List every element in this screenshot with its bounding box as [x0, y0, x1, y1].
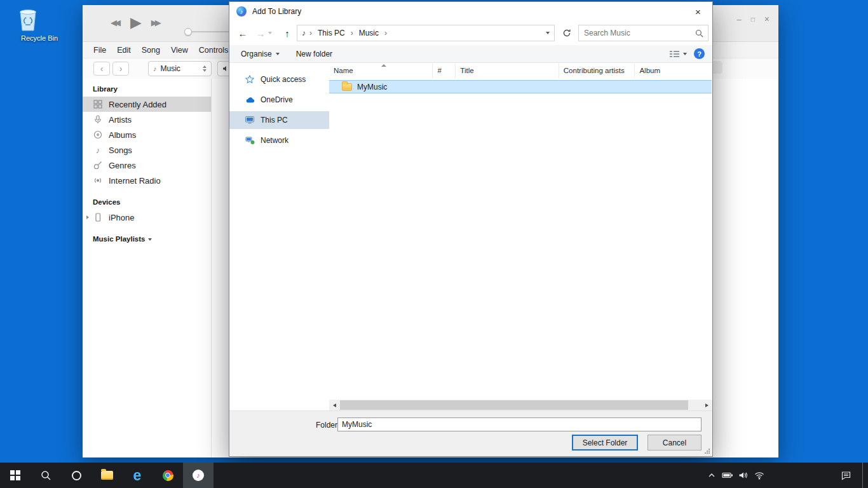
- scrollbar-track[interactable]: [340, 400, 702, 410]
- sidebar-item-label: Albums: [109, 130, 136, 140]
- sidebar-item-artists[interactable]: Artists: [83, 112, 211, 127]
- sidebar-item-label: Songs: [109, 146, 132, 155]
- play-button[interactable]: ▶: [130, 15, 142, 30]
- horizontal-scrollbar[interactable]: [329, 400, 712, 410]
- iphone-icon: [93, 213, 103, 222]
- address-dropdown-icon[interactable]: [546, 32, 550, 34]
- chevron-down-icon: [148, 238, 152, 241]
- action-center-button[interactable]: [838, 471, 854, 480]
- wifi-icon: [754, 471, 764, 480]
- minimize-button[interactable]: –: [737, 15, 742, 24]
- scrollbar-thumb[interactable]: [340, 400, 688, 410]
- recycle-bin-shortcut[interactable]: Recycle Bin: [17, 6, 62, 42]
- chevron-up-icon: [708, 472, 715, 478]
- column-header-number[interactable]: #: [433, 63, 456, 78]
- sidebar-item-internet-radio[interactable]: Internet Radio: [83, 173, 211, 188]
- forward-button[interactable]: →: [252, 25, 269, 41]
- dialog-title: Add To Library: [252, 7, 301, 16]
- itunes-back-button[interactable]: ‹: [93, 62, 110, 76]
- dialog-close-button[interactable]: ×: [684, 2, 712, 21]
- column-header-album[interactable]: Album: [635, 63, 712, 78]
- sidebar-item-label: Recently Added: [109, 100, 166, 109]
- recent-locations-dropdown[interactable]: [268, 32, 272, 34]
- guitar-icon: [93, 161, 103, 170]
- volume-slider[interactable]: [184, 28, 234, 36]
- search-box[interactable]: [578, 25, 709, 41]
- back-button[interactable]: ←: [234, 25, 251, 41]
- search-icon: [695, 29, 703, 37]
- volume-knob[interactable]: [184, 28, 192, 36]
- change-view-button[interactable]: [670, 50, 687, 58]
- scroll-right-button[interactable]: [702, 400, 712, 410]
- maximize-button[interactable]: □: [751, 16, 755, 23]
- resize-grip[interactable]: [709, 452, 710, 454]
- menu-song[interactable]: Song: [142, 46, 160, 55]
- itunes-transport-controls: ◀◀ ▶ ▶▶: [111, 15, 161, 30]
- navpane-item-quick-access[interactable]: Quick access: [229, 71, 329, 88]
- itunes-sidebar: Library Recently Added Artists Albums: [83, 79, 212, 458]
- devices-heading: Devices: [83, 198, 211, 206]
- search-input[interactable]: [579, 29, 695, 37]
- recycle-bin-icon: [17, 6, 62, 32]
- battery-indicator[interactable]: [719, 471, 735, 480]
- forward-arrow-icon: →: [256, 28, 266, 39]
- sidebar-item-iphone[interactable]: iPhone: [83, 210, 211, 225]
- media-kind-select[interactable]: ♪ Music: [148, 61, 212, 76]
- file-row-mymusic[interactable]: MyMusic: [329, 80, 712, 93]
- microphone-icon: [93, 115, 103, 124]
- column-header-title[interactable]: Title: [456, 63, 559, 78]
- edge-button[interactable]: e: [122, 463, 153, 488]
- breadcrumb-music[interactable]: Music: [357, 29, 381, 37]
- computer-icon: [245, 116, 255, 125]
- column-header-contributing-artists[interactable]: Contributing artists: [559, 63, 635, 78]
- scroll-left-button[interactable]: [329, 400, 340, 410]
- show-hidden-icons-button[interactable]: [703, 472, 719, 478]
- folder-label: Folder:: [316, 421, 339, 430]
- menu-edit[interactable]: Edit: [117, 46, 131, 55]
- itunes-forward-button[interactable]: ›: [112, 62, 129, 76]
- music-playlists-heading[interactable]: Music Playlists: [83, 235, 211, 243]
- menu-view[interactable]: View: [171, 46, 188, 55]
- navpane-item-network[interactable]: Network: [229, 132, 329, 149]
- address-bar[interactable]: ♪ › This PC › Music ›: [297, 25, 555, 41]
- organise-button[interactable]: Organise: [241, 50, 280, 58]
- chevron-down-icon: [683, 53, 687, 55]
- folder-name-input[interactable]: [337, 417, 702, 431]
- navpane-item-this-pc[interactable]: This PC: [229, 111, 329, 129]
- dialog-titlebar[interactable]: ♪ Add To Library ×: [229, 2, 712, 21]
- new-folder-button[interactable]: New folder: [296, 50, 332, 58]
- menu-controls[interactable]: Controls: [199, 46, 229, 55]
- refresh-button[interactable]: [559, 25, 574, 41]
- sidebar-item-recently-added[interactable]: Recently Added: [83, 97, 211, 112]
- show-desktop-button[interactable]: [862, 463, 868, 488]
- volume-indicator[interactable]: [735, 471, 751, 480]
- speaker-icon: [738, 471, 748, 480]
- sidebar-item-genres[interactable]: Genres: [83, 158, 211, 173]
- sidebar-item-label: Genres: [109, 161, 136, 170]
- location-icon: ♪: [302, 29, 306, 37]
- close-button[interactable]: ×: [764, 14, 770, 24]
- file-explorer-button[interactable]: [92, 463, 122, 488]
- cancel-button[interactable]: Cancel: [648, 435, 702, 451]
- sidebar-item-songs[interactable]: ♪ Songs: [83, 142, 211, 158]
- chrome-button[interactable]: [153, 463, 183, 488]
- star-icon: [245, 75, 255, 84]
- sort-ascending-icon: [381, 64, 386, 67]
- menu-file[interactable]: File: [93, 46, 106, 55]
- speaker-icon: [222, 65, 229, 72]
- network-indicator[interactable]: [751, 471, 767, 480]
- navpane-item-onedrive[interactable]: OneDrive: [229, 91, 329, 109]
- cortana-button[interactable]: [61, 463, 92, 488]
- breadcrumb-this-pc[interactable]: This PC: [316, 29, 347, 37]
- windows-logo-icon: [10, 470, 20, 480]
- previous-track-button[interactable]: ◀◀: [111, 18, 121, 27]
- start-button[interactable]: [0, 463, 31, 488]
- select-folder-button[interactable]: Select Folder: [572, 435, 638, 451]
- help-button[interactable]: ?: [694, 48, 705, 59]
- next-track-button[interactable]: ▶▶: [151, 18, 161, 27]
- up-button[interactable]: ↑: [279, 25, 295, 41]
- sidebar-item-albums[interactable]: Albums: [83, 127, 211, 142]
- disclosure-triangle-icon[interactable]: [86, 215, 89, 219]
- taskbar-search-button[interactable]: [31, 463, 61, 488]
- itunes-taskbar-button[interactable]: ♪: [183, 463, 214, 488]
